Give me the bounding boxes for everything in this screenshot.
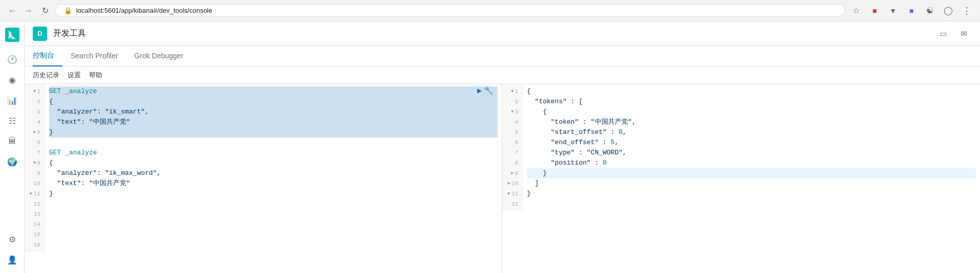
- r-fold-icon-10[interactable]: ►: [507, 178, 510, 189]
- menu-button[interactable]: ⋮: [960, 4, 974, 18]
- line-13-text: [49, 209, 53, 219]
- r-code-line-11: }: [527, 189, 976, 199]
- sidebar-icon-discover[interactable]: ◉: [3, 71, 21, 89]
- fold-icon-8[interactable]: ▼: [33, 158, 36, 168]
- sidebar: 🕐 ◉ 📊 ☷ 🏛 🌍 ⚙ 👤: [0, 21, 25, 273]
- ext3-button[interactable]: ■: [904, 4, 919, 18]
- r-line-4-text: "token" : "中国共产党",: [527, 117, 636, 127]
- left-line-numbers: ▼1 2 3 4 ►5 6 7 ▼8 9 10 ►11 12 13 14: [25, 84, 45, 252]
- line-num-15: 15: [29, 230, 40, 240]
- code-line-3: "analyzer": "ik_smart",: [49, 107, 498, 117]
- tools-icon[interactable]: 🔧: [484, 86, 494, 97]
- tab-search-profiler[interactable]: Search Profiler: [62, 46, 126, 66]
- fullscreen-button[interactable]: ▭: [935, 26, 951, 42]
- tabs-bar: 控制台 Search Profiler Grok Debugger: [25, 46, 980, 66]
- line-num-13: 13: [29, 209, 40, 219]
- r-line-12-text: [527, 199, 531, 209]
- r-line-num-8: 8: [506, 158, 518, 168]
- fold-icon-1[interactable]: ▼: [33, 86, 36, 97]
- line-2-text: {: [49, 97, 53, 107]
- r-code-line-5: "start_offset" : 0,: [527, 127, 976, 138]
- fold-icon-5[interactable]: ►: [33, 127, 36, 138]
- line-num-3: 3: [29, 107, 40, 117]
- ext2-button[interactable]: ▼: [886, 4, 900, 18]
- line-num-7: 7: [29, 148, 40, 158]
- code-line-2: {: [49, 97, 498, 107]
- line-15-text: [49, 230, 53, 240]
- r-line-num-2: 2: [506, 97, 518, 107]
- kibana-logo: [5, 28, 19, 44]
- header-actions: ▭ ✉: [935, 26, 972, 42]
- line-num-8: ▼8: [29, 158, 40, 168]
- r-line-3-text: {: [527, 107, 547, 117]
- tab-console[interactable]: 控制台: [33, 46, 62, 66]
- mail-button[interactable]: ✉: [955, 26, 972, 42]
- editor-area: ▼1 2 3 4 ►5 6 7 ▼8 9 10 ►11 12 13 14: [25, 84, 980, 273]
- r-fold-icon-9[interactable]: ►: [511, 168, 514, 178]
- r-code-line-10: ]: [527, 178, 976, 189]
- browser-action-bar: ☆ ■ ▼ ■ ☯ ◯ ⋮: [849, 4, 974, 18]
- code-line-1: GET _analyze ▶ 🔧: [49, 86, 498, 97]
- sidebar-icon-user[interactable]: 👤: [3, 251, 21, 269]
- help-button[interactable]: 帮助: [89, 71, 102, 80]
- ext1-button[interactable]: ■: [867, 4, 882, 18]
- line-1-text: GET _analyze: [49, 86, 97, 97]
- history-button[interactable]: 历史记录: [33, 71, 59, 80]
- line-num-6: 6: [29, 138, 40, 148]
- app-avatar: D: [33, 27, 47, 41]
- line-8-text: {: [49, 158, 53, 168]
- r-fold-icon-1[interactable]: ▼: [511, 86, 514, 97]
- back-button[interactable]: ←: [6, 5, 18, 17]
- code-line-5: }: [49, 127, 498, 138]
- right-code-container: ▼1 2 ▼3 4 5 6 7 8 ►9 ►10 ►11 12: [502, 84, 980, 211]
- main-content: D 开发工具 ▭ ✉ 控制台 Search Profiler Grok Debu…: [25, 21, 980, 273]
- settings-button[interactable]: 设置: [68, 71, 81, 80]
- lock-icon: 🔒: [64, 7, 72, 14]
- r-line-1-text: {: [527, 86, 531, 97]
- line-num-16: 16: [29, 240, 40, 250]
- right-line-numbers: ▼1 2 ▼3 4 5 6 7 8 ►9 ►10 ►11 12: [502, 84, 523, 211]
- code-line-11: }: [49, 189, 498, 199]
- run-icon[interactable]: ▶: [477, 86, 482, 97]
- sidebar-icon-visualize[interactable]: 📊: [3, 91, 21, 109]
- sidebar-icon-dashboard[interactable]: ☷: [3, 111, 21, 130]
- sidebar-icon-canvas[interactable]: 🏛: [3, 132, 21, 150]
- r-line-5-text: "start_offset" : 0,: [527, 127, 627, 138]
- sidebar-icon-maps[interactable]: 🌍: [3, 152, 21, 171]
- r-line-8-text: "position" : 0: [527, 158, 607, 168]
- left-code-container: ▼1 2 3 4 ►5 6 7 ▼8 9 10 ►11 12 13 14: [25, 84, 502, 252]
- tab-grok-debugger[interactable]: Grok Debugger: [126, 46, 192, 66]
- r-line-num-3: ▼3: [506, 107, 518, 117]
- refresh-button[interactable]: ↻: [39, 5, 51, 17]
- app-header: D 开发工具 ▭ ✉: [25, 21, 980, 46]
- r-fold-icon-11[interactable]: ►: [507, 189, 510, 199]
- browser-chrome: ← → ↻ 🔒 localhost:5601/app/kibana#/dev_t…: [0, 0, 980, 21]
- extensions-button[interactable]: ☯: [923, 4, 937, 18]
- r-line-num-10: ►10: [506, 178, 518, 189]
- r-line-num-9: ►9: [506, 168, 518, 178]
- line-10-text: "text": "中国共产党": [49, 178, 130, 189]
- r-line-11-text: }: [527, 189, 531, 199]
- fold-icon-11[interactable]: ►: [30, 189, 32, 199]
- line-12-text: [49, 199, 53, 209]
- right-output[interactable]: ▼1 2 ▼3 4 5 6 7 8 ►9 ►10 ►11 12: [502, 84, 980, 273]
- svg-rect-0: [5, 28, 19, 42]
- code-line-7: GET _analyze: [49, 148, 498, 158]
- left-editor[interactable]: ▼1 2 3 4 ►5 6 7 ▼8 9 10 ►11 12 13 14: [25, 84, 502, 273]
- sidebar-icon-recent[interactable]: 🕐: [3, 50, 21, 69]
- r-line-7-text: "type" : "CN_WORD",: [527, 148, 627, 158]
- line-4-text: "text": "中国共产党": [49, 117, 130, 127]
- forward-button[interactable]: →: [23, 5, 35, 17]
- r-fold-icon-3[interactable]: ▼: [511, 107, 514, 117]
- toolbar: 历史记录 设置 帮助: [25, 66, 980, 84]
- address-bar[interactable]: 🔒 localhost:5601/app/kibana#/dev_tools/c…: [55, 4, 845, 17]
- code-line-4: "text": "中国共产党": [49, 117, 498, 127]
- r-code-line-9: }: [527, 168, 976, 178]
- r-line-2-text: "tokens" : [: [527, 97, 583, 107]
- line-7-text: GET _analyze: [49, 148, 97, 158]
- line-num-2: 2: [29, 97, 40, 107]
- bookmark-button[interactable]: ☆: [849, 4, 863, 18]
- sidebar-icon-ml[interactable]: ⚙: [3, 230, 21, 248]
- code-line-9: "analyzer": "ik_max_word",: [49, 168, 498, 178]
- account-button[interactable]: ◯: [941, 4, 955, 18]
